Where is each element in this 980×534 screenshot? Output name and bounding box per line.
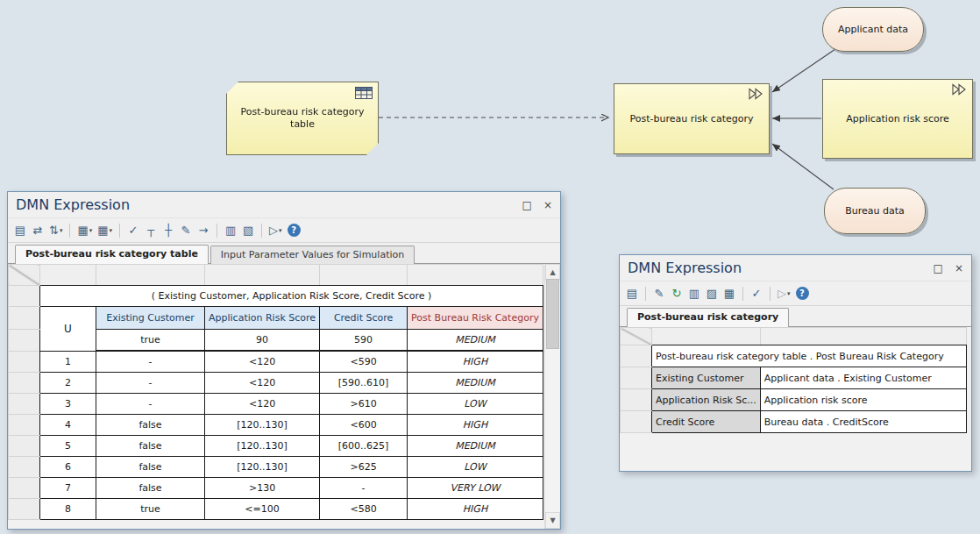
merge-cells-icon[interactable]: ▦▾	[77, 224, 92, 236]
row-gutter-cell[interactable]	[9, 436, 40, 457]
sort-icon[interactable]: ⇅▾	[49, 224, 62, 236]
rule-input-cell[interactable]: <600	[320, 415, 408, 436]
close-icon[interactable]: ×	[543, 200, 552, 210]
rule-input-cell[interactable]: <=100	[205, 499, 320, 520]
rule-input-cell[interactable]: false	[96, 436, 205, 457]
insert-column-icon[interactable]: ┼	[162, 224, 174, 236]
test-value-cell[interactable]: true	[96, 330, 205, 352]
row-gutter-cell[interactable]	[621, 345, 652, 367]
reorder-columns-icon[interactable]: ⇄	[32, 224, 44, 236]
row-gutter-cell[interactable]	[9, 394, 40, 415]
edit-cell-icon[interactable]: ✎	[180, 224, 192, 236]
decision-application-risk-score[interactable]: Application risk score	[822, 79, 973, 159]
rule-number-cell[interactable]: 4	[40, 415, 96, 436]
window-titlebar[interactable]: DMN Expression □ ×	[8, 192, 560, 217]
parameter-name-cell[interactable]: Existing Customer	[652, 367, 761, 389]
column-header-cell[interactable]	[760, 328, 966, 345]
invoked-decision-cell[interactable]: Post-bureau risk category table . Post B…	[652, 345, 967, 367]
parameters-header-cell[interactable]: ( Existing Customer, Application Risk Sc…	[40, 286, 543, 307]
copy-icon[interactable]: ▥	[688, 288, 700, 299]
column-header-cell[interactable]	[652, 328, 761, 345]
rule-number-cell[interactable]: 7	[40, 478, 96, 499]
input-data-bureau[interactable]: Bureau data	[824, 188, 926, 234]
row-gutter-cell[interactable]	[9, 330, 40, 352]
grid-corner-cell[interactable]	[621, 328, 652, 345]
rule-input-cell[interactable]: <120	[205, 351, 320, 373]
rule-input-cell[interactable]: false	[96, 457, 205, 478]
import-table-icon[interactable]: ▥	[224, 224, 237, 236]
input-column-header[interactable]: Credit Score	[320, 307, 408, 330]
row-gutter-cell[interactable]	[9, 286, 40, 307]
parameter-name-cell[interactable]: Credit Score	[652, 411, 761, 433]
test-result-cell[interactable]: MEDIUM	[408, 330, 543, 352]
scroll-down-icon[interactable]: ▼	[545, 512, 560, 529]
row-gutter-cell[interactable]	[621, 411, 652, 433]
restore-icon[interactable]: □	[934, 263, 943, 274]
rule-input-cell[interactable]: <590	[320, 351, 408, 373]
window-titlebar[interactable]: DMN Expression □ ×	[620, 255, 971, 281]
run-simulation-icon[interactable]: ▷▾	[269, 224, 282, 236]
rule-input-cell[interactable]: [590..610]	[320, 373, 408, 394]
decision-post-bureau-risk-category[interactable]: Post-bureau risk category	[614, 83, 770, 154]
map-parameters-icon[interactable]: →	[197, 224, 209, 236]
grid-corner-cell[interactable]	[9, 265, 40, 286]
rule-number-cell[interactable]: 6	[40, 457, 96, 478]
row-gutter-cell[interactable]	[621, 389, 652, 411]
rule-input-cell[interactable]: [120..130]	[205, 457, 320, 478]
rule-input-cell[interactable]: false	[96, 415, 205, 436]
save-icon[interactable]: ▤	[14, 224, 26, 236]
parameter-binding-cell[interactable]: Applicant data . Existing Customer	[760, 367, 966, 389]
rule-output-cell[interactable]: MEDIUM	[408, 373, 543, 394]
row-gutter-cell[interactable]	[9, 373, 40, 394]
rule-input-cell[interactable]: [600..625]	[320, 436, 408, 457]
row-gutter-cell[interactable]	[9, 307, 40, 330]
test-value-cell[interactable]: 90	[205, 330, 320, 352]
export-table-icon[interactable]: ▦	[723, 288, 735, 299]
row-gutter-cell[interactable]	[621, 367, 652, 389]
rule-output-cell[interactable]: VERY LOW	[408, 478, 543, 499]
edit-expression-icon[interactable]: ✎	[653, 288, 665, 299]
hit-policy-cell[interactable]: U	[40, 307, 96, 352]
column-header-cell[interactable]	[205, 265, 320, 286]
scrollbar-thumb[interactable]	[546, 279, 559, 349]
column-header-cell[interactable]	[320, 265, 408, 286]
row-gutter-cell[interactable]	[9, 351, 40, 373]
rule-number-cell[interactable]: 5	[40, 436, 96, 457]
parameter-binding-cell[interactable]: Application risk score	[760, 389, 966, 411]
close-icon[interactable]: ×	[955, 263, 963, 274]
rule-input-cell[interactable]: <120	[205, 373, 320, 394]
rule-output-cell[interactable]: LOW	[408, 394, 543, 415]
paste-icon[interactable]: ▨	[706, 288, 718, 299]
column-header-cell[interactable]	[40, 265, 96, 286]
export-table-icon[interactable]: ▧	[242, 224, 254, 236]
output-column-header[interactable]: Post Bureau Risk Category	[408, 307, 543, 330]
validate-icon[interactable]: ✓	[127, 224, 139, 236]
rule-input-cell[interactable]: false	[96, 478, 205, 499]
input-data-applicant[interactable]: Applicant data	[822, 7, 924, 52]
test-value-cell[interactable]: 590	[320, 330, 408, 352]
column-header-cell[interactable]	[96, 265, 205, 286]
help-icon[interactable]: ?	[288, 224, 301, 237]
rule-input-cell[interactable]: <120	[205, 394, 320, 415]
rule-number-cell[interactable]: 8	[40, 499, 96, 520]
rule-input-cell[interactable]: >610	[320, 394, 408, 415]
row-gutter-cell[interactable]	[9, 457, 40, 478]
bkm-post-bureau-risk-category-table[interactable]: Post-bureau risk category table	[226, 82, 379, 155]
column-header-cell[interactable]	[408, 265, 543, 286]
rule-output-cell[interactable]: HIGH	[408, 499, 543, 520]
rule-number-cell[interactable]: 2	[40, 373, 96, 394]
rule-input-cell[interactable]: -	[96, 373, 205, 394]
rule-input-cell[interactable]: -	[96, 394, 205, 415]
rule-input-cell[interactable]: >625	[320, 457, 408, 478]
rule-number-cell[interactable]: 1	[40, 351, 96, 373]
rule-output-cell[interactable]: HIGH	[408, 351, 543, 373]
help-icon[interactable]: ?	[796, 287, 809, 300]
rule-number-cell[interactable]: 3	[40, 394, 96, 415]
rule-output-cell[interactable]: LOW	[408, 457, 543, 478]
rule-input-cell[interactable]: >130	[205, 478, 320, 499]
table-options-icon[interactable]: ▦▾	[97, 224, 112, 236]
restore-icon[interactable]: □	[522, 200, 532, 210]
rule-input-cell[interactable]: <580	[320, 499, 408, 520]
save-icon[interactable]: ▤	[626, 288, 638, 299]
tab-input-parameter-values[interactable]: Input Parameter Values for Simulation	[210, 246, 415, 264]
